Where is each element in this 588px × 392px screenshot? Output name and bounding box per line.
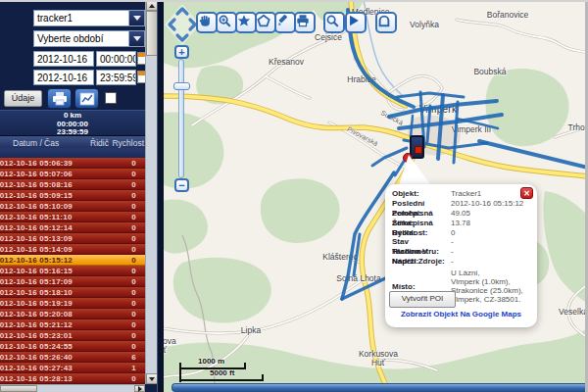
table-row[interactable]: 2012-10-16 05:27:43 1 xyxy=(0,363,145,373)
period-select-value: Vyberte období xyxy=(37,33,103,44)
table-row[interactable]: 2012-10-16 05:26:40 6 xyxy=(0,352,145,363)
table-row[interactable]: 2012-10-16 05:17:09 0 xyxy=(0,276,145,287)
table-row[interactable]: 2012-10-16 05:08:16 0 xyxy=(0,179,145,190)
popup-field-value: 13.78 xyxy=(451,219,470,228)
scrollbar-thumb[interactable] xyxy=(0,385,37,392)
map-area[interactable]: ModleniceCejsiceVolyňkaBořanoviceKřesano… xyxy=(163,0,588,392)
trip-summary: 0 km 00:00:00 23:59:59 xyxy=(0,110,145,135)
popup-field: Zeměpisná Šířka: 49.05 xyxy=(392,209,530,219)
popup-field-value: 2012-10-16 05:15:12 xyxy=(451,199,523,209)
traffic-tool-button[interactable] xyxy=(375,12,397,33)
table-row[interactable]: 2012-10-16 05:20:08 0 xyxy=(0,309,145,319)
table-header: Datum / Čas Řidič Rychlost xyxy=(0,135,145,149)
google-maps-link[interactable]: Zobrazit Objekt Na Google Maps xyxy=(385,310,537,318)
create-poi-button[interactable]: Vytvořit POI xyxy=(389,291,456,308)
search-button[interactable] xyxy=(323,12,345,33)
zoom-in-icon xyxy=(218,14,231,27)
pan-tool-button[interactable] xyxy=(196,12,218,33)
scroll-right-button[interactable] xyxy=(134,385,145,392)
chevron-down-icon[interactable] xyxy=(128,31,144,46)
sidebar-horizontal-scrollbar[interactable] xyxy=(0,384,145,392)
table-row[interactable]: 2012-10-16 05:12:14 0 xyxy=(0,222,145,233)
date-from-input[interactable]: 2012-10-16 xyxy=(33,51,94,67)
search-icon xyxy=(325,14,339,27)
polygon-tool-button[interactable] xyxy=(255,12,276,33)
gps-tracking-app: { "sidebar": { "tracker_select": "tracke… xyxy=(0,0,588,392)
period-select[interactable]: Vyberte období xyxy=(33,30,145,47)
date-to-input[interactable]: 2012-10-16 xyxy=(33,70,94,85)
table-row[interactable]: 2012-10-16 05:09:15 0 xyxy=(0,190,145,201)
table-row[interactable]: 2012-10-16 05:19:19 0 xyxy=(0,298,145,309)
zoom-slider-track[interactable] xyxy=(178,59,184,178)
column-driver: Řidič xyxy=(90,138,109,148)
zoom-box-button[interactable] xyxy=(216,12,237,33)
popup-field-label: Poslední Poloha: xyxy=(392,199,451,209)
table-row[interactable]: 2012-10-16 05:06:39 0 xyxy=(0,158,145,169)
popup-field-value: - xyxy=(451,247,454,257)
sidebar: tracker1 Vyberte období 2012-10-16 00:00… xyxy=(0,0,163,392)
play-route-button[interactable] xyxy=(345,12,367,33)
popup-field-label: Zeměpisná Délka: xyxy=(392,219,451,228)
popup-field-label: Hladina V Nádrži: xyxy=(392,247,451,257)
play-icon xyxy=(347,14,361,27)
column-datetime: Datum / Čas xyxy=(13,138,59,148)
popup-field: Poslední Poloha: 2012-10-16 05:15:12 xyxy=(392,199,530,209)
time-from-input[interactable]: 00:00:00 xyxy=(96,51,136,67)
tunnel-icon xyxy=(377,14,391,27)
scale-bar-lines xyxy=(176,357,284,386)
popup-field: Napětí Zdroje: - xyxy=(392,257,530,267)
map-scale-bar: 1000 m 5000 ft xyxy=(176,357,284,386)
popup-field: Zeměpisná Délka: 13.78 xyxy=(392,219,530,228)
draw-tool-button[interactable] xyxy=(274,12,296,33)
window-top-border xyxy=(0,0,588,2)
popup-field-label: Místo: xyxy=(392,282,451,291)
track-log-table: 2012-10-16 05:06:39 0 2012-10-16 05:07:0… xyxy=(0,158,145,385)
popup-field: Hladina V Nádrži: - xyxy=(392,247,530,257)
popup-field-value: 0 xyxy=(451,228,455,238)
table-row[interactable]: 2012-10-16 05:15:12 0 xyxy=(0,255,145,266)
hand-icon xyxy=(198,14,212,27)
map-checkbox[interactable] xyxy=(105,92,117,104)
popup-field-label: Objekt: xyxy=(392,189,451,199)
table-empty-row xyxy=(0,148,145,158)
poi-tool-button[interactable] xyxy=(235,12,257,33)
zoom-out-button[interactable]: − xyxy=(174,178,189,192)
popup-field-label: Zeměpisná Šířka: xyxy=(392,209,451,219)
chevron-down-icon[interactable] xyxy=(128,11,144,25)
table-row[interactable]: 2012-10-16 05:10:09 0 xyxy=(0,201,145,212)
popup-field-value: - xyxy=(451,237,454,247)
print-button[interactable] xyxy=(47,88,72,109)
pencil-icon xyxy=(276,14,290,27)
sidebar-edge[interactable] xyxy=(157,0,164,392)
column-speed: Rychlost xyxy=(112,138,144,148)
zoom-in-button[interactable]: + xyxy=(174,45,189,59)
zoom-slider-handle[interactable] xyxy=(173,82,190,90)
chart-button[interactable] xyxy=(74,88,99,109)
popup-field-label: Napětí Zdroje: xyxy=(392,257,451,267)
table-row[interactable]: 2012-10-16 05:23:01 0 xyxy=(0,330,145,341)
table-row[interactable]: 2012-10-16 05:28:13 0 xyxy=(0,373,145,384)
print-map-button[interactable] xyxy=(294,12,316,33)
time-to-input[interactable]: 23:59:59 xyxy=(96,70,136,85)
table-row[interactable]: 2012-10-16 05:14:09 0 xyxy=(0,244,145,255)
sidebar-vertical-scrollbar[interactable] xyxy=(145,0,157,384)
tracker-select[interactable]: tracker1 xyxy=(33,10,145,26)
map-bottom-scrollbar[interactable] xyxy=(172,383,588,392)
popup-field: Stav Tachometru: - xyxy=(392,237,530,247)
popup-field-value: U Lázní, Vimperk (1.0km), Strakonice (25… xyxy=(451,269,523,305)
popup-field: Rychlost: 0 xyxy=(392,228,530,238)
table-row[interactable]: 2012-10-16 05:18:10 0 xyxy=(0,287,145,298)
object-info-popup: ✕ Objekt: Tracker1 Poslední Poloha: 2012… xyxy=(385,184,537,327)
popup-field-value: - xyxy=(451,257,454,267)
table-row[interactable]: 2012-10-16 05:16:15 0 xyxy=(0,266,145,276)
data-button[interactable]: Údaje xyxy=(4,90,42,107)
table-row[interactable]: 2012-10-16 05:21:12 0 xyxy=(0,319,145,330)
popup-field: Objekt: Tracker1 xyxy=(392,189,530,199)
table-row[interactable]: 2012-10-16 05:11:10 0 xyxy=(0,212,145,222)
star-icon xyxy=(237,14,251,27)
table-row[interactable]: 2012-10-16 05:24:55 0 xyxy=(0,341,145,352)
printer-icon xyxy=(52,92,68,106)
table-row[interactable]: 2012-10-16 05:07:06 0 xyxy=(0,169,145,179)
tracker-select-value: tracker1 xyxy=(37,13,73,24)
table-row[interactable]: 2012-10-16 05:13:09 0 xyxy=(0,233,145,244)
